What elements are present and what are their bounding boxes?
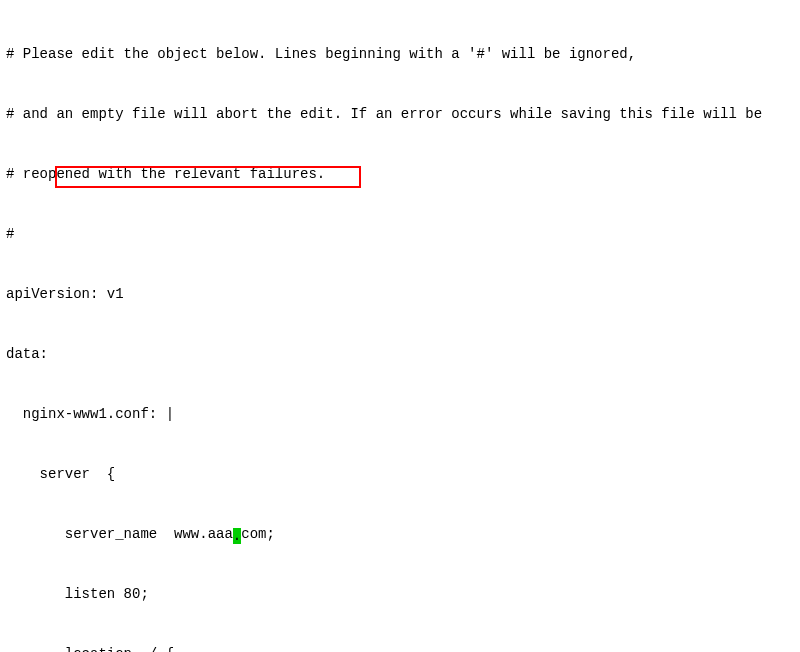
server-name-text-post: com; bbox=[241, 526, 275, 542]
yaml-server1-name: server_name www.aaa.com; bbox=[6, 524, 794, 544]
yaml-data: data: bbox=[6, 344, 794, 364]
yaml-server1-listen: listen 80; bbox=[6, 584, 794, 604]
yaml-apiversion: apiVersion: v1 bbox=[6, 284, 794, 304]
cursor: . bbox=[233, 528, 241, 544]
comment-line: # bbox=[6, 224, 794, 244]
yaml-server1-open: server { bbox=[6, 464, 794, 484]
comment-line: # Please edit the object below. Lines be… bbox=[6, 44, 794, 64]
yaml-conf-key: nginx-www1.conf: | bbox=[6, 404, 794, 424]
server-name-text-pre: server_name www.aaa bbox=[6, 526, 233, 542]
yaml-server1-location: location / { bbox=[6, 644, 794, 652]
terminal-editor[interactable]: # Please edit the object below. Lines be… bbox=[0, 0, 800, 652]
comment-line: # and an empty file will abort the edit.… bbox=[6, 104, 794, 124]
comment-line: # reopened with the relevant failures. bbox=[6, 164, 794, 184]
